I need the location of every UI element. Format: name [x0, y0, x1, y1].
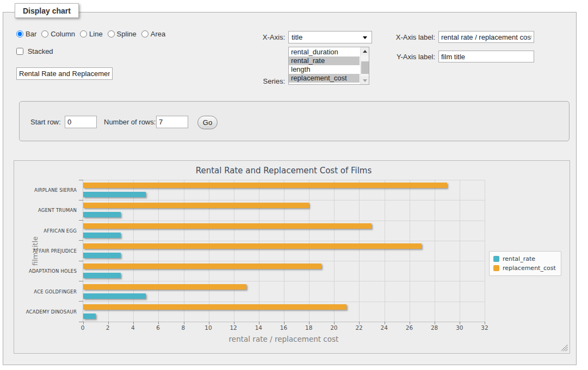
- page: Display chart BarColumnLineSplineArea St…: [0, 0, 588, 370]
- go-button[interactable]: Go: [197, 116, 218, 129]
- bar-replacement_cost[interactable]: [83, 284, 246, 290]
- x-axis-title: rental rate / replacement cost: [83, 335, 485, 343]
- bar-rental_rate[interactable]: [83, 212, 121, 217]
- bar-group: [83, 302, 485, 322]
- x-tick-label: 22: [355, 324, 362, 331]
- bar-group: [83, 221, 485, 241]
- x-tick-label: 28: [431, 324, 438, 331]
- chart-type-option-spline: Spline: [108, 30, 137, 38]
- chart-type-option-column: Column: [41, 30, 75, 38]
- y-axis-tick: [79, 261, 83, 261]
- chart-legend: rental_ratereplacement_cost: [489, 251, 561, 276]
- chart-panel: Rental Rate and Replacement Cost of Film…: [14, 160, 570, 354]
- bar-rental_rate[interactable]: [83, 273, 121, 278]
- x-tick-label: 8: [181, 324, 185, 331]
- rows-panel: Start row: Number of rows: Go: [19, 101, 570, 141]
- x-tick-label: 32: [481, 324, 488, 331]
- y-axis-tick: [79, 281, 83, 281]
- bar-group: [83, 180, 485, 200]
- bar-rental_rate[interactable]: [83, 192, 146, 197]
- category-label: ACE GOLDFINGER: [14, 281, 77, 302]
- x-tick-label: 18: [305, 324, 312, 331]
- category-label: AFRICAN EGG: [14, 221, 77, 241]
- chart-type-radio-label: Bar: [26, 30, 36, 38]
- y-axis-label-input[interactable]: [438, 51, 534, 62]
- series-scrollbar[interactable]: [360, 47, 369, 84]
- bar-replacement_cost[interactable]: [83, 264, 321, 269]
- legend-item-rental_rate[interactable]: rental_rate: [493, 254, 556, 264]
- chart-type-radio-group: BarColumnLineSplineArea: [16, 30, 170, 38]
- x-tick-label: 12: [230, 324, 237, 331]
- triangle-down-icon: [363, 79, 367, 82]
- y-axis-tick: [79, 220, 83, 221]
- bar-group: [83, 241, 485, 261]
- chart-type-radio-bar[interactable]: [16, 30, 23, 37]
- scroll-up-button[interactable]: [361, 47, 369, 55]
- series-option-length[interactable]: length: [289, 65, 360, 74]
- start-row-label: Start row:: [30, 118, 61, 126]
- chart-type-radio-label: Column: [51, 30, 75, 38]
- fieldset-legend: Display chart: [15, 3, 79, 18]
- category-label: AGENT TRUMAN: [14, 200, 77, 220]
- x-tick-label: 4: [131, 324, 135, 331]
- x-axis-select-label: X-Axis:: [234, 33, 285, 41]
- chart-type-radio-spline[interactable]: [108, 30, 115, 37]
- chart-type-radio-column[interactable]: [41, 30, 48, 37]
- bar-replacement_cost[interactable]: [83, 183, 447, 188]
- legend-swatch: [493, 256, 499, 262]
- series-listbox-options: rental_durationrental_ratelengthreplacem…: [289, 48, 360, 83]
- x-axis-label-label: X-Axis label:: [381, 33, 435, 41]
- category-label: AIRPLANE SIERRA: [14, 180, 77, 200]
- chart-type-radio-line[interactable]: [80, 30, 87, 37]
- x-tick-label: 24: [381, 324, 388, 331]
- y-axis-tick: [79, 180, 83, 180]
- x-tick-label: 16: [280, 324, 287, 331]
- stacked-checkbox[interactable]: [16, 48, 23, 55]
- chart-title-input[interactable]: [16, 67, 113, 80]
- series-option-rental_duration[interactable]: rental_duration: [289, 48, 360, 57]
- chart-type-option-area: Area: [141, 30, 165, 38]
- chevron-down-icon: [363, 36, 367, 39]
- bar-replacement_cost[interactable]: [83, 223, 372, 229]
- chart-type-radio-area[interactable]: [141, 30, 148, 37]
- chart-type-radio-label: Area: [151, 30, 165, 38]
- bar-rental_rate[interactable]: [83, 253, 121, 258]
- x-axis-label-input[interactable]: [438, 31, 534, 43]
- chart-type-radio-label: Spline: [117, 30, 137, 38]
- x-tick-label: 20: [330, 324, 337, 331]
- bar-group: [83, 261, 485, 281]
- chart-type-radio-label: Line: [89, 30, 103, 38]
- x-axis-selected-value: title: [292, 33, 302, 41]
- category-label: ACADEMY DINOSAUR: [14, 302, 77, 322]
- series-option-replacement_cost[interactable]: replacement_cost: [289, 74, 360, 83]
- series-listbox[interactable]: rental_durationrental_ratelengthreplacem…: [288, 47, 369, 85]
- number-of-rows-input[interactable]: [156, 116, 188, 128]
- y-axis-tick: [79, 200, 83, 200]
- y-axis-label-label: Y-Axis label:: [381, 53, 435, 61]
- scrollbar-thumb[interactable]: [361, 61, 369, 74]
- bar-rental_rate[interactable]: [83, 233, 121, 238]
- bar-rental_rate[interactable]: [83, 313, 96, 319]
- bar-replacement_cost[interactable]: [83, 304, 346, 310]
- resize-handle-icon[interactable]: [561, 344, 568, 352]
- bar-group: [83, 200, 485, 220]
- bar-group: [83, 281, 485, 301]
- bar-rental_rate[interactable]: [83, 293, 146, 299]
- bar-replacement_cost[interactable]: [83, 203, 309, 208]
- plot-area: [83, 180, 485, 322]
- series-option-rental_rate[interactable]: rental_rate: [289, 57, 360, 65]
- start-row-input[interactable]: [65, 116, 97, 128]
- stacked-row: Stacked: [16, 47, 53, 55]
- x-tick-label: 26: [406, 324, 413, 331]
- x-tick-label: 6: [156, 324, 160, 331]
- bar-replacement_cost[interactable]: [83, 243, 422, 249]
- x-axis-select[interactable]: title: [288, 31, 372, 43]
- x-tick-label: 10: [205, 324, 212, 331]
- chart-type-option-line: Line: [80, 30, 103, 38]
- triangle-up-icon: [363, 50, 367, 53]
- legend-item-replacement_cost[interactable]: replacement_cost: [493, 264, 556, 273]
- gridline-vertical: [485, 180, 485, 322]
- legend-swatch: [493, 265, 499, 271]
- scroll-down-button[interactable]: [361, 76, 369, 84]
- plot-rows: [83, 180, 485, 322]
